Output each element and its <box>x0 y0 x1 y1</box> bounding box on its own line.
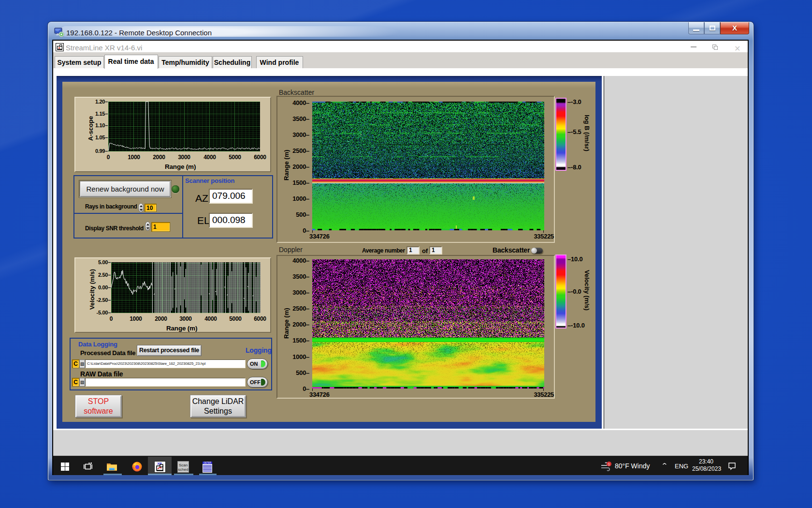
svg-text:1: 1 <box>608 463 610 466</box>
svg-text:GETER: GETER <box>203 462 211 464</box>
